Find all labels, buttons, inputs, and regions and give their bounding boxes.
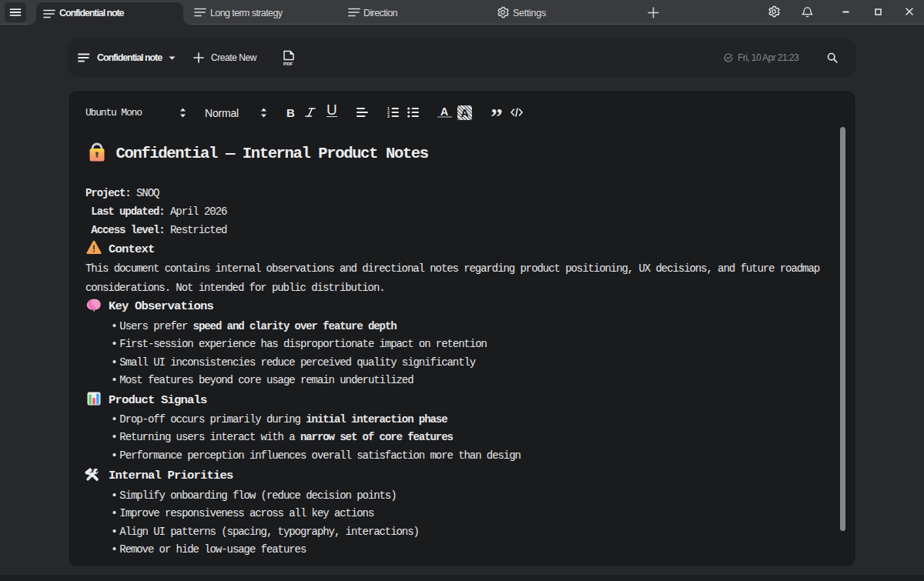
svg-text:PDF: PDF [283,61,293,66]
svg-text:3: 3 [387,114,390,118]
